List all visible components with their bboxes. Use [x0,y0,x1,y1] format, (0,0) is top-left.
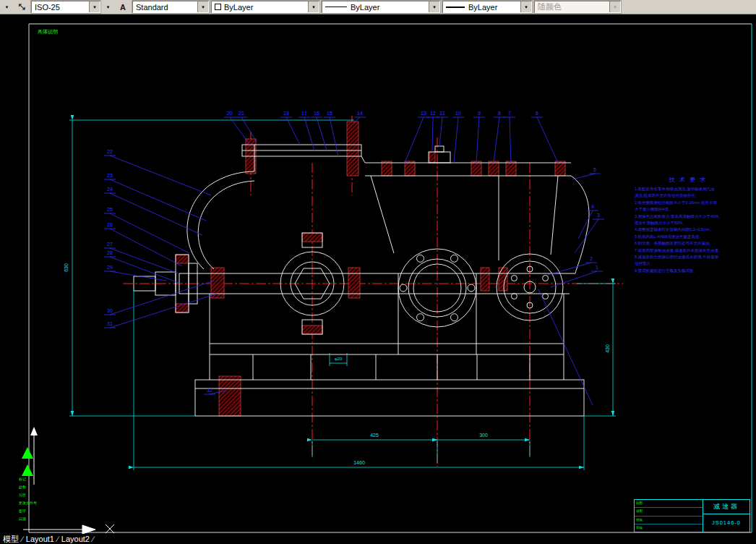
dim-style-icon[interactable]: ⤡ [14,1,29,13]
callout-14: 14 [357,111,363,116]
callout-11: 11 [439,111,444,116]
callout-9: 9 [478,111,481,116]
list-item: 3.用涂色法检验斑点:按齿高接触斑点不少于40%, [635,213,742,220]
list-item: 8.减速器剖分面涂以密封油漆或水玻璃,不得使用 [635,254,742,260]
callout-12: 12 [430,111,436,116]
callout-25: 25 [107,207,113,212]
linetype-value: ByLayer [351,3,379,12]
callout-32: 32 [207,388,212,393]
autocad-window: ▼ ⤡ ISO-25 ▼ ▼ A Standard ▼ ByLayer ▼ By… [0,0,756,544]
list-item: 校核 [635,517,703,524]
sheet-corner-note: 具体说明 [37,29,58,35]
callout-4: 4 [591,204,594,209]
lineweight-value: ByLayer [468,3,497,12]
gearbox-linework [134,145,589,416]
list-item: 9.按试验规程进行空载及负载试验。 [635,268,742,274]
color-value: ByLayer [224,3,253,12]
list-item: 制图 [635,500,703,508]
dim-height: 630 [64,263,69,272]
callout-22: 22 [107,149,113,154]
text-style-icon[interactable]: A [116,1,130,13]
technical-notes: 技 术 要 求 1.装配前所有零件用煤油清洗,滚动轴承用汽油 清洗,机体内不允许… [635,176,742,274]
dim-style-combo[interactable]: ISO-25 ▼ [31,1,100,13]
list-item: 审核 [635,524,703,532]
dim-total: 1460 [353,460,365,465]
dim-bore: φ20 [335,357,343,361]
callout-27: 27 [107,242,113,247]
callout-13: 13 [421,111,426,116]
list-item: 清洗,机体内不允许有任何杂物存在。 [635,192,742,199]
list-item: 更改文件号 [19,499,52,507]
list-item: 2.啮合侧隙用铅丝检验不小于0.16mm,铅丝不得 [635,200,742,206]
dim-style-flyout-arrow[interactable]: ▼ [1,1,12,13]
title-block-right: 减速器 JS0146-0 [703,500,749,532]
callout-7: 7 [508,111,511,116]
object-properties-toolbar: ▼ ⤡ ISO-25 ▼ ▼ A Standard ▼ ByLayer ▼ By… [0,0,756,14]
callout-2: 2 [590,256,593,261]
callout-3: 3 [597,213,600,218]
model-space-canvas[interactable]: 具体说明 [0,14,756,534]
tab-layout2[interactable]: Layout2 [61,535,90,543]
callout-8: 8 [498,111,501,116]
layout-tabbar: 模型 ∕ Layout1 ∕ Layout2 ∕ [0,534,756,544]
text-style-combo[interactable]: Standard ▼ [132,1,209,13]
callout-10: 10 [455,111,461,116]
list-item: 签字 [19,507,52,515]
chevron-down-icon[interactable]: ▼ [520,1,531,12]
tab-separator: ∕ [57,535,59,543]
list-item: 日期 [19,515,52,523]
color-swatch [215,4,221,10]
hatch-areas [176,122,565,416]
color-control-combo[interactable]: ByLayer ▼ [211,1,319,13]
callout-24: 24 [107,187,113,192]
chevron-down-icon[interactable]: ▼ [308,1,319,12]
dim-right-height: 430 [605,344,610,353]
revision-rows: 标记处数分区更改文件号签字日期 [19,475,52,523]
notes-lines: 1.装配前所有零件用煤油清洗,滚动轴承用汽油 清洗,机体内不允许有任何杂物存在。… [635,186,742,274]
callout-23: 23 [107,173,113,178]
text-style-value: Standard [136,3,168,12]
dimensions [69,120,616,470]
tab-layout1[interactable]: Layout1 [26,535,54,543]
tab-model[interactable]: 模型 [3,534,19,544]
centerlines [123,116,623,467]
notes-title: 技 术 要 求 [635,176,742,184]
dim-style-value: ISO-25 [35,3,60,12]
text-style-flyout-arrow[interactable]: ▼ [103,1,113,13]
list-item: 4.调整固定轴承时应留轴向间隙0.2~0.5mm。 [635,226,742,233]
linetype-control-combo[interactable]: ByLayer ▼ [322,1,440,13]
list-item: 处数 [19,483,52,491]
product-name: 减速器 [703,500,749,514]
list-item: 大于最小侧隙的4倍。 [635,206,742,213]
list-item: 任何垫片。 [635,260,742,267]
dim-span-right: 300 [479,433,488,438]
list-item: 7.箱座内壁涂耐油油漆,减速器外表面涂灰色油漆。 [635,247,742,254]
linetype-sample-icon [325,7,347,7]
callout-28: 28 [107,250,113,255]
callout-17: 17 [301,111,307,116]
callout-5: 5 [593,167,596,172]
chevron-down-icon[interactable]: ▼ [197,1,208,12]
lineweight-control-combo[interactable]: ByLayer ▼ [442,1,532,13]
chevron-down-icon[interactable]: ▼ [89,1,100,12]
list-item: 按齿长接触斑点不少于50%。 [635,220,742,226]
callout-29: 29 [107,265,113,270]
list-item: 1.装配前所有零件用煤油清洗,滚动轴承用汽油 [635,186,742,192]
lineweight-sample-icon [446,7,465,8]
chevron-down-icon: ▼ [609,1,620,12]
list-item: 分区 [19,491,52,499]
title-block: 制图描图校核审核 减速器 JS0146-0 [634,499,750,532]
plot-style-value: 随颜色 [538,1,562,12]
sheet-frame: 具体说明 [29,24,752,532]
leader-line [538,289,593,405]
title-block-rows: 制图描图校核审核 [635,500,703,532]
chevron-down-icon[interactable]: ▼ [429,1,439,12]
callout-20: 20 [227,111,233,116]
tab-separator: ∕ [22,535,23,543]
callout-26: 26 [107,222,113,227]
list-item: 5.机座内装L-AN68润滑油至规定高度。 [635,234,742,240]
tab-separator: ∕ [93,535,94,543]
callout-21: 21 [239,111,244,116]
callout-30: 30 [107,308,113,313]
plot-style-control-combo: 随颜色 ▼ [534,1,621,13]
